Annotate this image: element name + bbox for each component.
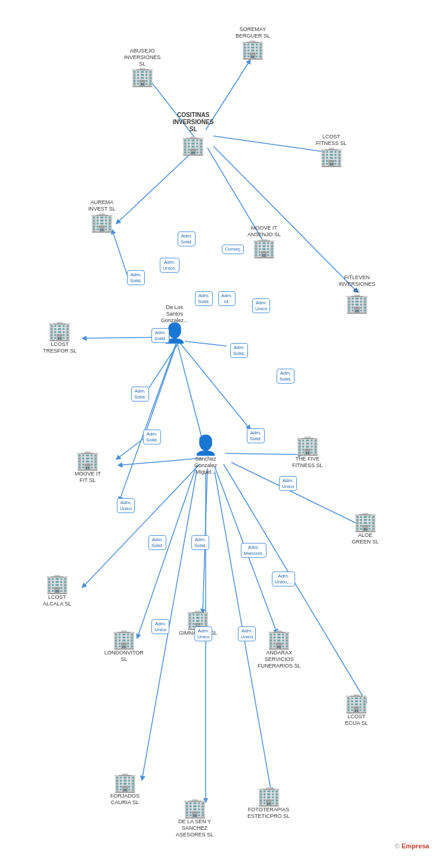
aloe-green-icon: 🏢 (354, 512, 377, 531)
badge-22: Adm.Unico (238, 626, 256, 641)
node-fototerapias[interactable]: 🏢 FOTOTERAPIASESTETICPRO SL (247, 786, 290, 820)
badge-17: Adm.Solid. (191, 535, 209, 550)
moove-fit-label: MOOVE ITFIT SL (75, 471, 101, 484)
lcost-ecija-icon: 🏢 (345, 693, 368, 712)
forjados-icon: 🏢 (113, 773, 137, 792)
node-lcost-ecija[interactable]: 🏢 LCOSTECIJA SL (345, 693, 368, 727)
node-aloe-green[interactable]: 🏢 ALOEGREEN SL (352, 512, 379, 545)
svg-line-21 (185, 341, 227, 346)
sanchez-label: SanchezGonzalezMiguel... (194, 456, 217, 475)
svg-line-22 (149, 342, 179, 388)
abusejo-icon: 🏢 (131, 67, 154, 86)
badge-7: Adm.Solid. (127, 270, 145, 285)
badge-5: Adm.Solid. (195, 291, 213, 306)
badge-3: Consej. (222, 245, 244, 254)
node-moove-ansenjo[interactable]: MOOVE ITANSENJO SL 🏢 (247, 224, 281, 257)
abusejo-label: ABUSEJOINVERSIONESSL (124, 48, 161, 67)
node-lcost-tresfor[interactable]: 🏢 LCOSTTRESFOR SL (43, 321, 77, 354)
node-cositinas[interactable]: COSITINASINVERSIONESSL 🏢 (173, 110, 213, 155)
fitleven-icon: 🏢 (345, 294, 369, 313)
badge-18: Adm.Mancom. (241, 543, 266, 558)
badge-12: Adm.Solid. (143, 430, 161, 444)
node-londonvitor[interactable]: 🏢 LONDONVITORSL (104, 629, 144, 663)
badge-16: Adm.Solid. (148, 535, 166, 550)
lcost-alcala-icon: 🏢 (45, 574, 69, 593)
londonvitor-icon: 🏢 (112, 629, 136, 648)
lcost-ecija-label: LCOSTECIJA SL (345, 713, 368, 727)
lcost-tresfor-icon: 🏢 (48, 321, 72, 340)
de-la-sen-icon: 🏢 (183, 798, 207, 817)
node-forjados[interactable]: 🏢 FORJADOSCAURIA SL (110, 773, 140, 806)
diagram-container: COSITINASINVERSIONESSL 🏢 ABUSEJOINVERSIO… (0, 0, 434, 853)
aurema-icon: 🏢 (90, 212, 114, 231)
badge-15: Adm.Unico (117, 498, 135, 513)
svg-line-2 (213, 136, 327, 152)
connection-lines (0, 0, 434, 853)
moove-fit-icon: 🏢 (76, 450, 100, 469)
svg-line-3 (116, 148, 197, 224)
lcost-fitness-label: LCOSTFITNESS SL (316, 134, 347, 147)
svg-line-23 (147, 344, 176, 430)
svg-line-19 (178, 345, 203, 441)
badge-2: Adm.Unico. (160, 258, 179, 273)
badge-1: Adm.Solid. (178, 231, 196, 246)
lcost-alcala-label: LCOSTALCALA SL (43, 594, 72, 607)
cositinas-label: COSITINASINVERSIONESSL (173, 112, 213, 133)
svg-line-10 (231, 462, 370, 530)
the-five-label: THE FIVEFITNESS SL (292, 456, 323, 469)
fototerapias-icon: 🏢 (257, 786, 281, 805)
badge-14: Adm.Unico (279, 476, 297, 491)
svg-line-9 (118, 458, 202, 465)
londonvitor-label: LONDONVITORSL (104, 650, 144, 663)
badge-21: Adm.Unico (194, 626, 212, 641)
node-lcost-alcala[interactable]: 🏢 LCOSTALCALA SL (43, 574, 72, 607)
node-the-five[interactable]: 🏢 THE FIVEFITNESS SL (292, 435, 323, 469)
cositinas-icon: 🏢 (181, 135, 205, 155)
badge-13: Adm.Solid. (247, 428, 265, 443)
sanchez-icon: 👤 (194, 435, 218, 455)
node-soremay[interactable]: SOREMAYBERGUER SL 🏢 (235, 25, 270, 58)
node-sanchez[interactable]: 👤 SanchezGonzalezMiguel... (194, 435, 218, 475)
badge-4: Adm.Unico (252, 298, 270, 313)
badge-19: Adm.Unico,... (272, 572, 295, 586)
fitleven-label: FITLEVENINVERSIONESSL (339, 274, 376, 294)
lcost-fitness-icon: 🏢 (320, 147, 343, 166)
soremay-label: SOREMAYBERGUER SL (235, 26, 270, 39)
badge-20: Adm.Unico (151, 619, 169, 634)
andarax-icon: 🏢 (267, 629, 291, 648)
node-andarax[interactable]: 🏢 ANDARAXSERVICIOSFUNERARIOS SL (258, 629, 301, 669)
soremay-icon: 🏢 (241, 39, 265, 58)
de-los-santos-label: De LosSantosGonzalez... (161, 304, 188, 323)
svg-line-25 (116, 437, 145, 459)
svg-line-8 (225, 453, 303, 455)
node-aurema[interactable]: AUREMAINVEST SL 🏢 (88, 198, 116, 231)
moove-ansenjo-icon: 🏢 (252, 238, 276, 257)
aloe-green-label: ALOEGREEN SL (352, 532, 379, 545)
svg-line-5 (213, 146, 358, 292)
forjados-label: FORJADOSCAURIA SL (110, 793, 140, 806)
svg-line-24 (119, 344, 176, 501)
badge-11: Adm.Solid. (131, 387, 149, 401)
the-five-icon: 🏢 (296, 435, 320, 455)
badge-8: Adm.Solid. (151, 328, 169, 343)
node-fitleven[interactable]: FITLEVENINVERSIONESSL 🏢 (339, 273, 376, 313)
badge-10: Adm.Solid. (277, 369, 294, 384)
node-lcost-fitness[interactable]: LCOSTFITNESS SL 🏢 (316, 132, 347, 166)
lcost-tresfor-label: LCOSTTRESFOR SL (43, 341, 77, 354)
aurema-label: AUREMAINVEST SL (88, 199, 116, 212)
andarax-label: ANDARAXSERVICIOSFUNERARIOS SL (258, 650, 301, 669)
de-la-sen-label: DE LA SEN YSANCHEZASESORES SL (176, 818, 213, 838)
node-moove-fit[interactable]: 🏢 MOOVE ITFIT SL (75, 450, 101, 484)
moove-ansenjo-label: MOOVE ITANSENJO SL (247, 225, 281, 238)
node-de-la-sen[interactable]: 🏢 DE LA SEN YSANCHEZASESORES SL (176, 798, 213, 838)
badge-6: Adm.id. (218, 291, 235, 306)
watermark: © Empresa (395, 842, 429, 850)
node-abusejo[interactable]: ABUSEJOINVERSIONESSL 🏢 (124, 47, 161, 86)
badge-9: Adm.Solid. (230, 343, 248, 358)
fototerapias-label: FOTOTERAPIASESTETICPRO SL (247, 807, 290, 820)
